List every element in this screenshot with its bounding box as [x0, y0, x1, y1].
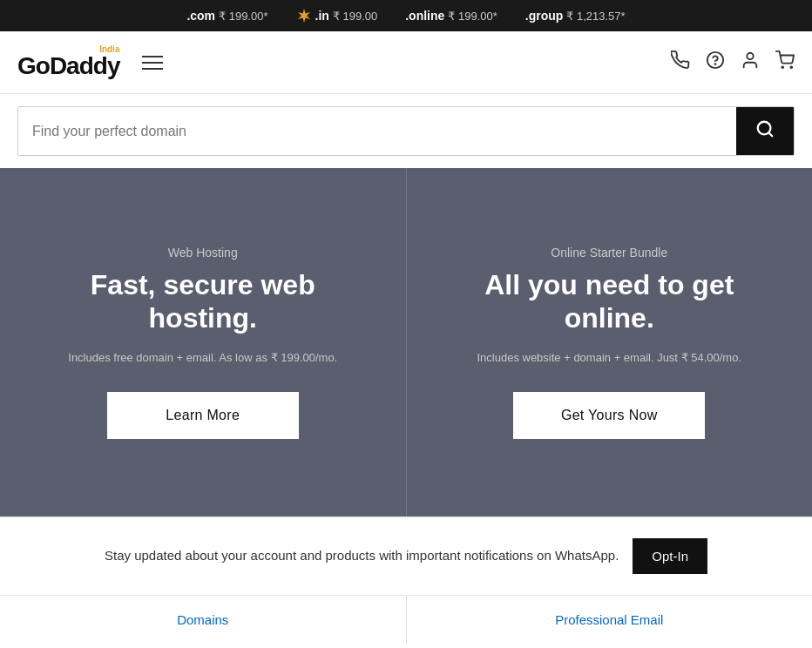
get-yours-now-button[interactable]: Get Yours Now: [513, 392, 705, 439]
promo-tld-com: .com: [186, 9, 215, 23]
promo-price-com: ₹ 199.00*: [219, 10, 267, 23]
help-button[interactable]: [706, 51, 725, 75]
promo-tld-in: .in: [315, 9, 329, 23]
promo-group: .group ₹ 1,213.57*: [525, 9, 626, 23]
footer-nav-email[interactable]: Professional Email: [407, 596, 813, 644]
hero-desc-hosting: Includes free domain + email. As low as …: [68, 349, 337, 367]
notification-text: Stay updated about your account and prod…: [105, 546, 619, 566]
cart-icon: [775, 51, 795, 75]
svg-point-4: [782, 66, 783, 68]
promo-tld-online: .online: [405, 9, 444, 23]
phone-button[interactable]: [671, 51, 690, 75]
promo-online: .online ₹ 199.00*: [405, 9, 497, 23]
footer-nav: Domains Professional Email: [0, 595, 812, 644]
promo-bar: .com ₹ 199.00* .in ₹ 199.00 .online ₹ 19…: [0, 0, 812, 31]
search-bar: [0, 94, 812, 168]
phone-icon: [671, 51, 690, 75]
hero-subtitle-bundle: Online Starter Bundle: [551, 246, 667, 260]
account-button[interactable]: [741, 51, 760, 75]
promo-in: .in ₹ 199.00: [296, 8, 378, 24]
opt-in-button[interactable]: Opt-In: [633, 538, 707, 574]
hero-title-hosting: Fast, secure web hosting.: [35, 268, 371, 335]
hero-desc-bundle: Includes website + domain + email. Just …: [477, 349, 741, 367]
hero-subtitle-hosting: Web Hosting: [168, 246, 238, 260]
logo-area: India GoDaddy: [17, 46, 119, 78]
notification-bar: Stay updated about your account and prod…: [0, 516, 812, 595]
starburst-icon: [296, 8, 312, 24]
header: India GoDaddy: [0, 31, 812, 94]
logo: GoDaddy: [17, 54, 119, 78]
hero-card-hosting: Web Hosting Fast, secure web hosting. In…: [0, 168, 407, 516]
search-input[interactable]: [18, 107, 736, 155]
hamburger-line-3: [142, 68, 163, 70]
promo-price-online: ₹ 199.00*: [448, 10, 497, 23]
promo-com: .com ₹ 199.00*: [186, 9, 267, 23]
promo-price-in: ₹ 199.00: [333, 10, 377, 23]
search-icon: [755, 119, 775, 143]
hero-section: Web Hosting Fast, secure web hosting. In…: [0, 168, 812, 516]
svg-point-5: [790, 66, 792, 68]
promo-price-group: ₹ 1,213.57*: [566, 10, 625, 23]
svg-marker-0: [298, 9, 310, 23]
cart-button[interactable]: [775, 51, 795, 75]
footer-nav-domains[interactable]: Domains: [0, 596, 407, 644]
account-icon: [741, 51, 760, 75]
learn-more-button[interactable]: Learn More: [107, 392, 299, 439]
hamburger-line-2: [142, 62, 163, 64]
search-form: [17, 106, 795, 156]
hero-card-bundle: Online Starter Bundle All you need to ge…: [407, 168, 813, 516]
hamburger-button[interactable]: [137, 51, 168, 75]
help-icon: [706, 51, 725, 75]
svg-point-3: [747, 52, 753, 58]
hamburger-line-1: [142, 56, 163, 57]
svg-line-7: [768, 132, 772, 136]
hero-title-bundle: All you need to get online.: [442, 268, 778, 335]
search-button[interactable]: [736, 107, 794, 155]
promo-tld-group: .group: [525, 9, 564, 23]
header-icons: [671, 51, 795, 75]
